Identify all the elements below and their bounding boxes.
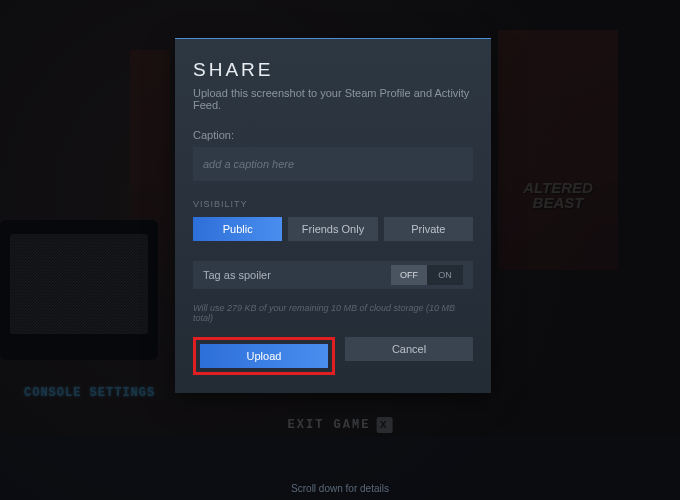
- spoiler-on[interactable]: ON: [427, 265, 463, 285]
- share-dialog: SHARE Upload this screenshot to your Ste…: [175, 38, 491, 393]
- spoiler-toggle[interactable]: OFF ON: [391, 265, 463, 285]
- caption-input[interactable]: [193, 147, 473, 181]
- action-row: Upload Cancel: [193, 337, 473, 375]
- visibility-friends[interactable]: Friends Only: [288, 217, 377, 241]
- spoiler-off[interactable]: OFF: [391, 265, 427, 285]
- dialog-title: SHARE: [193, 59, 473, 81]
- dialog-subtitle: Upload this screenshot to your Steam Pro…: [193, 87, 473, 111]
- visibility-label: VISIBILITY: [193, 199, 473, 209]
- upload-highlight: Upload: [193, 337, 335, 375]
- storage-note: Will use 279 KB of your remaining 10 MB …: [193, 303, 473, 323]
- scroll-hint: Scroll down for details: [291, 483, 389, 494]
- visibility-group: Public Friends Only Private: [193, 217, 473, 241]
- upload-button[interactable]: Upload: [200, 344, 328, 368]
- footer-bar: Close Share Scroll down for details: [0, 436, 680, 500]
- visibility-public[interactable]: Public: [193, 217, 282, 241]
- cancel-button[interactable]: Cancel: [345, 337, 473, 361]
- spoiler-row: Tag as spoiler OFF ON: [193, 261, 473, 289]
- caption-label: Caption:: [193, 129, 473, 141]
- spoiler-label: Tag as spoiler: [203, 269, 271, 281]
- visibility-private[interactable]: Private: [384, 217, 473, 241]
